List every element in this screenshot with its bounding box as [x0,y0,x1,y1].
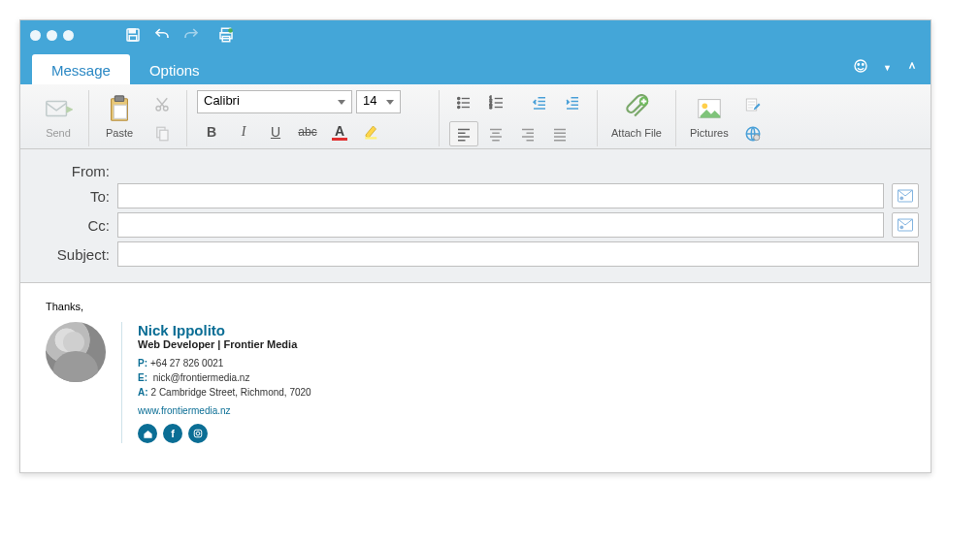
save-icon[interactable] [124,26,142,44]
indent-button[interactable] [558,90,587,115]
signature-socials: f [138,424,311,443]
svg-rect-18 [365,137,376,139]
paperclip-icon [620,92,653,125]
bullets-button[interactable] [449,90,478,115]
svg-rect-10 [47,102,67,116]
svg-rect-13 [114,105,126,118]
from-label: From: [32,163,110,179]
envelope-icon [42,92,75,125]
signature-button[interactable] [738,92,768,117]
attach-file-button[interactable]: Attach File [607,90,666,141]
svg-point-21 [458,102,460,104]
align-justify-button[interactable] [545,121,574,146]
signature-address: 2 Cambridge Street, Richmond, 7020 [151,387,311,398]
align-right-button[interactable] [513,121,542,146]
window-controls[interactable] [30,30,74,41]
group-clipboard: Paste [89,90,187,146]
facebook-icon[interactable]: f [163,424,182,443]
paste-label: Paste [106,127,133,139]
font-size-select[interactable]: 14 [356,90,401,113]
signature-email: nick@frontiermedia.nz [153,372,250,383]
svg-point-19 [458,97,460,99]
instagram-icon[interactable] [188,424,208,443]
subject-input[interactable] [117,241,919,267]
compose-fields: From: To: Cc: Subject: [20,149,931,283]
font-color-button[interactable]: A [325,119,354,144]
tab-options[interactable]: Options [130,54,219,84]
align-center-button[interactable] [481,121,510,146]
signature-role: Web Developer | Frontier Media [138,338,311,350]
signature-url[interactable]: www.frontiermedia.nz [138,405,311,416]
titlebar [20,20,931,49]
ribbon: Send Paste [20,84,931,149]
svg-point-62 [899,196,903,200]
svg-point-64 [899,225,903,229]
send-label: Send [46,127,71,139]
to-addressbook-button[interactable] [892,183,919,208]
group-send: Send [28,90,89,146]
font-name-select[interactable]: Calibri [197,90,352,113]
zoom-dot[interactable] [63,30,74,41]
close-dot[interactable] [30,30,41,41]
group-attach: Attach File [598,90,676,146]
link-button[interactable] [738,121,768,146]
numbering-button[interactable]: 123 [482,90,511,115]
emoji-icon[interactable] [852,57,869,79]
attach-label: Attach File [611,127,662,139]
svg-rect-65 [194,430,202,437]
collapse-ribbon-icon[interactable]: ＾ [905,59,919,77]
home-icon[interactable] [138,424,157,443]
bold-button[interactable]: B [197,119,226,144]
send-button[interactable]: Send [38,90,79,141]
minimize-dot[interactable] [47,30,57,41]
tab-message[interactable]: Message [32,54,130,84]
picture-icon [693,92,726,125]
group-pictures: Pictures [676,90,777,146]
svg-rect-1 [129,29,135,33]
svg-point-57 [702,103,707,109]
signature-block: Nick Ippolito Web Developer | Frontier M… [46,322,905,443]
svg-point-66 [196,432,200,435]
svg-text:3: 3 [490,105,493,110]
cut-button[interactable] [147,92,177,117]
underline-button[interactable]: U [261,119,290,144]
avatar [46,322,106,382]
strike-button[interactable]: abc [293,119,322,144]
group-font: Calibri 14 B I U abc A [187,90,440,146]
pictures-label: Pictures [690,127,729,139]
cc-input[interactable] [117,212,884,238]
svg-point-9 [863,64,865,66]
cc-label: Cc: [32,217,110,234]
to-input[interactable] [117,183,884,208]
svg-rect-2 [129,36,137,41]
body-thanks: Thanks, [46,301,905,312]
svg-point-60 [753,135,759,141]
redo-icon[interactable] [182,26,200,44]
align-left-button[interactable] [449,121,478,146]
pictures-button[interactable]: Pictures [686,90,733,141]
subject-label: Subject: [32,246,110,263]
svg-point-6 [228,28,233,33]
to-label: To: [32,188,110,205]
print-icon[interactable] [217,26,235,44]
clipboard-icon [103,92,136,125]
outdent-button[interactable] [525,90,554,115]
svg-point-23 [458,106,460,108]
paste-button[interactable]: Paste [99,90,140,141]
italic-button[interactable]: I [229,119,258,144]
group-paragraph: 123 [440,90,598,146]
message-body[interactable]: Thanks, Nick Ippolito Web Developer | Fr… [20,283,931,472]
undo-icon[interactable] [153,26,171,44]
svg-rect-17 [160,130,168,141]
signature-phone: +64 27 826 0021 [150,358,223,369]
signature-divider [121,322,122,443]
signature-name: Nick Ippolito [138,322,311,338]
svg-rect-12 [114,96,123,102]
svg-point-8 [858,64,860,66]
highlight-button[interactable] [357,119,386,144]
tabbar: Message Options ▼ ＾ [20,49,931,84]
cc-addressbook-button[interactable] [892,212,919,238]
copy-button[interactable] [147,121,177,146]
compose-window: Message Options ▼ ＾ Send Pas [19,19,931,473]
